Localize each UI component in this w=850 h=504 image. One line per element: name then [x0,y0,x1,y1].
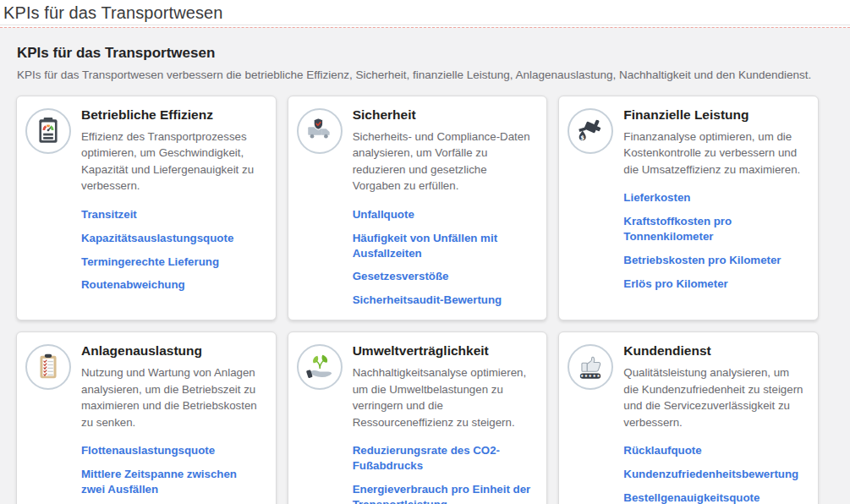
customer-thumbs-up-stars-icon: ★★★★★ [568,344,613,390]
link-flottenauslastungsquote[interactable]: Flottenauslastungsquote [81,443,264,458]
card-link-list: Reduzierungsrate des CO2-Fußabdrucks Ene… [353,443,535,504]
card-link-list: Rücklaufquote Kundenzufriedenheitsbewert… [623,443,806,504]
page-header: KPIs für das Transportwesen [0,0,850,25]
link-routenabweichung[interactable]: Routenabweichung [81,277,264,293]
kpi-card-sicherheit: Sicherheit Sicherheits- und Compliance-D… [288,96,548,320]
kpi-card-grid: Betriebliche Effizienz Effizienz des Tra… [16,96,819,504]
card-link-list: Flottenauslastungsquote Mittlere Zeitspa… [81,443,264,504]
section-heading: KPIs für das Transportwesen [17,45,819,62]
card-link-list: Transitzeit Kapazitätsauslastungsquote T… [81,207,264,293]
card-title: Finanzielle Leistung [623,107,806,123]
kpi-card-umweltvertraeglichkeit: Umweltverträglichkeit Nachhaltigkeitsana… [288,331,548,504]
link-sicherheitsaudit-bewertung[interactable]: Sicherheitsaudit-Bewertung [353,293,535,308]
card-title: Anlagenauslastung [81,343,264,359]
kpi-card-betriebliche-effizienz: Betriebliche Effizienz Effizienz des Tra… [16,96,277,320]
page-title: KPIs für das Transportwesen [3,3,223,22]
card-title: Betriebliche Effizienz [81,107,264,123]
card-description: Nachhaltigkeitsanalyse optimieren, um di… [353,364,535,430]
link-haeufigkeit-von-unfaellen[interactable]: Häufigkeit von Unfällen mit Ausfallzeite… [353,231,535,261]
sustainability-hand-plant-icon [297,344,343,390]
link-betriebskosten-pro-kilometer[interactable]: Betriebskosten pro Kilometer [623,253,806,268]
link-transitzeit[interactable]: Transitzeit [81,207,264,222]
kpi-card-kundendienst: ★★★★★ Kundendienst Qualitätsleistung ana… [558,331,819,504]
fuel-nozzle-dollar-icon: $ [568,108,613,154]
link-mittlere-zeitspanne-zwischen-ausfaellen[interactable]: Mittlere Zeitspanne zwischen zwei Ausfäl… [81,467,264,497]
kpi-card-anlagenauslastung: Anlagenauslastung Nutzung und Wartung vo… [16,331,277,504]
card-title: Umweltverträglichkeit [353,343,535,359]
link-kundenzufriedenheitsbewertung[interactable]: Kundenzufriedenheitsbewertung [623,467,806,482]
kpi-card-finanzielle-leistung: $ Finanzielle Leistung Finanzanalyse opt… [558,96,819,320]
link-bestellgenauigkeitsquote[interactable]: Bestellgenauigkeitsquote [623,490,806,504]
card-description: Sicherheits- und Compliance-Daten analys… [353,129,535,194]
card-title: Kundendienst [623,343,806,359]
link-lieferkosten[interactable]: Lieferkosten [623,190,806,205]
link-kapazitaetsauslastungsquote[interactable]: Kapazitätsauslastungsquote [81,231,264,246]
kpi-section-panel: KPIs für das Transportwesen KPIs für das… [0,27,850,504]
stars-glyph: ★★★★★ [580,374,600,379]
card-link-list: Unfallquote Häufigkeit von Unfällen mit … [353,207,535,309]
link-kraftstoffkosten-pro-tonnenkilometer[interactable]: Kraftstoffkosten pro Tonnenkilometer [623,214,806,244]
link-gesetzesverstoesse[interactable]: Gesetzesverstöße [353,269,535,284]
link-erloes-pro-kilometer[interactable]: Erlös pro Kilometer [623,277,806,292]
card-description: Nutzung und Wartung von Anlagen analysie… [81,364,264,430]
section-description: KPIs für das Transportwesen verbessern d… [17,68,819,81]
link-unfallquote[interactable]: Unfallquote [353,207,535,222]
link-termingerechte-lieferung[interactable]: Termingerechte Lieferung [81,255,264,270]
card-description: Effizienz des Transportprozesses optimie… [81,129,264,194]
asset-checklist-clipboard-icon [25,344,71,390]
card-link-list: Lieferkosten Kraftstoffkosten pro Tonnen… [623,190,806,292]
card-description: Qualitätsleistung analysieren, um die Ku… [623,364,806,430]
dollar-glyph: $ [581,134,585,141]
link-ruecklaufquote[interactable]: Rücklaufquote [623,443,806,458]
efficiency-gauge-clipboard-icon [25,108,71,154]
card-title: Sicherheit [353,107,535,123]
card-description: Finanzanalyse optimieren, um die Kostenk… [623,129,806,178]
link-reduzierungsrate-co2-fussabdruck[interactable]: Reduzierungsrate des CO2-Fußabdrucks [353,443,535,474]
link-energieverbrauch-pro-einheit[interactable]: Energieverbrauch pro Einheit der Transpo… [353,482,535,504]
safety-truck-shield-icon [297,108,343,154]
